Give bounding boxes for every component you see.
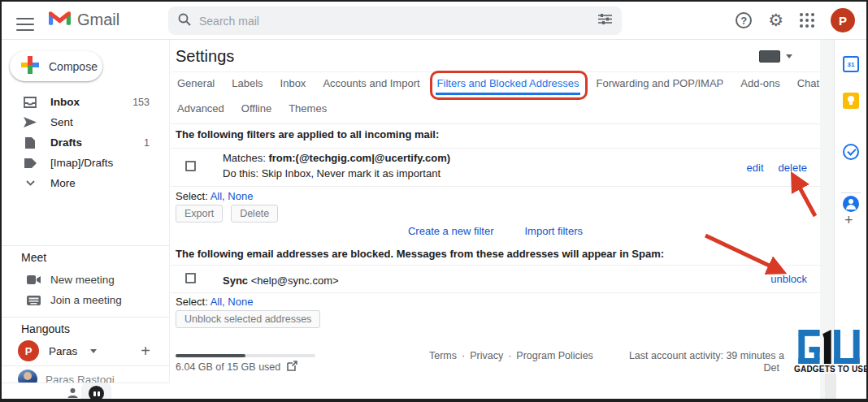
tab-advanced[interactable]: Advanced [177, 102, 224, 115]
header-actions: ? ⚙ P [736, 8, 855, 32]
unblock-selected-button[interactable]: Unblock selected addresses [176, 310, 320, 328]
tab-accounts-import[interactable]: Accounts and Import [323, 77, 419, 89]
sidebar-item-drafts[interactable]: Drafts 1 [2, 132, 169, 153]
inbox-icon [23, 97, 37, 108]
tab-forwarding-pop-imap[interactable]: Forwarding and POP/IMAP [596, 77, 723, 89]
compose-label: Compose [49, 60, 98, 73]
matches-value: from:(@techgig.com|@ucertify.com) [268, 152, 450, 164]
tab-filters-blocked-addresses[interactable]: Filters and Blocked Addresses [437, 77, 579, 89]
tab-offline[interactable]: Offline [241, 102, 271, 115]
blocked-heading: The following email addresses are blocke… [176, 248, 664, 260]
sidebar-divider [2, 245, 170, 246]
import-filters-link[interactable]: Import filters [524, 225, 583, 237]
gmail-settings-window: Gmail ? ⚙ P [0, 0, 868, 402]
calendar-icon[interactable]: 31 [843, 56, 859, 72]
footer-links: Terms · Privacy · Program Policies [429, 350, 593, 361]
storage-bar-fill [176, 354, 245, 357]
new-meeting-label: New meeting [50, 274, 115, 286]
new-meeting-item[interactable]: New meeting [2, 270, 170, 290]
meet-section-title: Meet [21, 251, 46, 264]
tab-general[interactable]: General [177, 77, 215, 89]
storage-text: 6.04 GB of 15 GB used [176, 361, 280, 373]
input-tools-icon [759, 50, 780, 63]
search-options-icon[interactable] [598, 13, 612, 28]
label-tag-icon [23, 158, 37, 168]
caret-down-icon[interactable] [90, 349, 97, 353]
hangouts-chat-icon[interactable] [89, 386, 104, 401]
gmail-logo[interactable]: Gmail [49, 10, 119, 30]
hangouts-user-label: Paras [49, 345, 77, 357]
blocked-sender-email: <help@sync.com> [251, 274, 339, 287]
blocked-sender-name: Sync [223, 274, 248, 287]
search-bar[interactable] [168, 6, 622, 35]
folder-nav: Inbox 153 Sent Drafts 1 [Imap]/Drafts Mo… [2, 92, 169, 193]
compose-button[interactable]: Compose [10, 51, 102, 81]
tab-themes[interactable]: Themes [289, 102, 327, 115]
privacy-link[interactable]: Privacy [470, 350, 503, 361]
sent-label: Sent [50, 116, 150, 128]
sidebar-footer [2, 383, 170, 402]
inbox-count: 153 [132, 97, 150, 108]
drafts-icon [23, 137, 37, 149]
filter-links: Create a new filter Import filters [171, 225, 820, 237]
export-button[interactable]: Export [176, 205, 223, 223]
hamburger-menu-icon[interactable] [16, 14, 34, 27]
storage-bar [176, 354, 315, 357]
new-conversation-plus-icon[interactable]: + [141, 342, 150, 361]
tab-filters-label: Filters and Blocked Addresses [437, 77, 579, 89]
join-meeting-label: Join a meeting [50, 294, 122, 306]
hangouts-user-row[interactable]: P Paras + [2, 339, 170, 363]
blocked-row-checkbox[interactable] [185, 273, 196, 283]
google-apps-icon[interactable] [800, 13, 814, 28]
tab-inbox[interactable]: Inbox [280, 77, 306, 89]
sidebar-item-sent[interactable]: Sent [2, 112, 169, 132]
blocked-row-actions: unblock [770, 273, 807, 285]
input-tools-selector[interactable] [759, 50, 792, 63]
select-all-link[interactable]: All, [210, 190, 225, 202]
account-avatar[interactable]: P [831, 8, 855, 32]
divider [171, 123, 820, 124]
hangouts-section-title: Hangouts [21, 322, 70, 335]
get-add-ons-plus-icon[interactable]: + [844, 212, 853, 229]
select-none-link[interactable]: None [228, 296, 253, 308]
delete-link[interactable]: delete [779, 162, 807, 174]
sidebar-item-imap-drafts[interactable]: [Imap]/Drafts [2, 153, 169, 173]
panel-divider [841, 192, 861, 193]
create-new-filter-link[interactable]: Create a new filter [408, 225, 494, 237]
details-link[interactable]: Det [764, 362, 779, 374]
watermark-brand-text: GADGETS TO USE [794, 365, 868, 374]
tab-labels[interactable]: Labels [232, 77, 263, 89]
search-input[interactable] [199, 15, 598, 28]
page-title: Settings [176, 47, 234, 66]
edit-link[interactable]: edit [747, 162, 764, 174]
sidebar-item-inbox[interactable]: Inbox 153 [2, 92, 169, 112]
contacts-person-icon[interactable] [67, 387, 79, 402]
settings-gear-icon[interactable]: ⚙ [768, 12, 783, 28]
sent-icon [23, 117, 37, 128]
keep-icon[interactable] [843, 93, 859, 109]
divider [171, 148, 820, 149]
active-tab-underline [436, 93, 581, 95]
delete-button[interactable]: Delete [231, 205, 278, 223]
gadgets-to-use-watermark: GADGETS TO USE [794, 330, 868, 383]
help-icon[interactable]: ? [736, 12, 752, 28]
filter-row-actions: edit delete [747, 162, 807, 174]
terms-link[interactable]: Terms [429, 350, 457, 361]
mail-sidebar: Compose Inbox 153 Sent Drafts 1 [Imap]/D… [2, 40, 170, 402]
unblock-link[interactable]: unblock [770, 273, 807, 285]
separator: · [462, 350, 465, 361]
gmail-wordmark: Gmail [77, 11, 119, 29]
join-meeting-item[interactable]: Join a meeting [2, 290, 170, 310]
filter-row-checkbox[interactable] [185, 161, 196, 171]
sidebar-item-more[interactable]: More [2, 173, 169, 193]
hangouts-avatar: P [18, 340, 39, 361]
tasks-icon[interactable] [843, 144, 859, 160]
program-policies-link[interactable]: Program Policies [516, 350, 592, 361]
imap-drafts-label: [Imap]/Drafts [50, 157, 150, 169]
search-icon[interactable] [178, 13, 191, 29]
select-none-link[interactable]: None [228, 190, 253, 202]
contacts-icon[interactable] [843, 196, 859, 212]
select-all-link[interactable]: All, [210, 296, 225, 308]
external-link-icon[interactable] [287, 361, 297, 374]
tab-add-ons[interactable]: Add-ons [740, 77, 779, 89]
